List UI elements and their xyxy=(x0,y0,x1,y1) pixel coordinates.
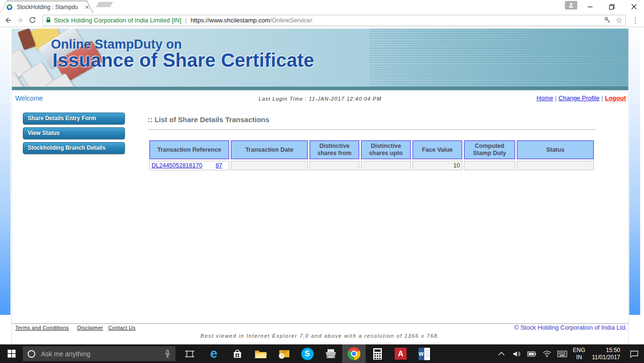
printer-app-button[interactable] xyxy=(319,344,342,363)
url-separator: | xyxy=(185,17,186,24)
sidebar-item-stockholding-branch-details[interactable]: Stockholding Branch Details xyxy=(23,142,125,154)
windows-taskbar: Ask me anything e xyxy=(0,344,644,363)
adobe-icon: A xyxy=(395,348,407,360)
forward-button[interactable] xyxy=(14,14,26,26)
action-center-button[interactable] xyxy=(624,350,644,358)
printer-icon xyxy=(325,349,337,359)
word-app-button[interactable]: W xyxy=(412,344,436,363)
screen: StockHolding : Stampdu × xyxy=(0,0,644,363)
password-key-icon[interactable] xyxy=(604,17,611,24)
copyright-text: © Stock Holding Corporation of India Ltd… xyxy=(514,324,627,331)
task-view-icon xyxy=(185,350,194,358)
language-line2: IN xyxy=(573,354,585,361)
table-header-row: Transaction Reference Transaction Date D… xyxy=(149,140,594,159)
time-text: 15:50 xyxy=(592,347,620,354)
col-computed-stamp-duty: Computed Stamp Duty xyxy=(464,140,515,159)
microphone-icon[interactable] xyxy=(164,350,171,358)
store-app-button[interactable] xyxy=(225,344,249,363)
home-link[interactable]: Home xyxy=(536,94,553,102)
terms-link[interactable]: Terms and Conditions xyxy=(15,325,69,331)
url-text[interactable]: https://www.shcilestamp.com xyxy=(191,17,270,24)
url-bar[interactable]: Stock Holding Corporation of India Limit… xyxy=(42,15,626,26)
logout-link[interactable]: Logout xyxy=(605,94,626,102)
browser-tab[interactable]: StockHolding : Stampdu × xyxy=(0,0,93,13)
transaction-reference-link[interactable]: DL2445052816170 xyxy=(152,162,202,169)
language-line1: ENG xyxy=(573,347,585,354)
word-icon: W xyxy=(419,348,430,360)
stamp-duty-cell xyxy=(464,161,515,170)
edge-app-button[interactable]: e xyxy=(202,344,225,363)
browser-menu-icon[interactable]: ⋮ xyxy=(632,16,639,25)
https-lock-icon xyxy=(46,17,51,23)
url-path-text[interactable]: /OnlineService/ xyxy=(270,17,312,24)
shares-upto-cell xyxy=(361,161,411,170)
tray-expand-button[interactable] xyxy=(494,352,509,356)
transaction-reference-cell: DL244505281617087 xyxy=(149,161,229,170)
language-indicator[interactable]: ENG IN xyxy=(570,347,588,361)
folder-icon xyxy=(255,349,267,359)
chrome-icon xyxy=(348,347,360,360)
skype-app-button[interactable]: S xyxy=(296,344,319,363)
tab-title: StockHolding : Stampdu xyxy=(17,4,78,10)
reload-button[interactable] xyxy=(26,14,39,26)
back-button[interactable] xyxy=(1,14,14,26)
adobe-app-button[interactable]: A xyxy=(389,344,412,363)
browser-titlebar: StockHolding : Stampdu × xyxy=(0,0,644,13)
sidebar-item-view-status[interactable]: View Status xyxy=(23,127,125,139)
table-row: DL244505281617087 10 xyxy=(149,161,594,170)
sidebar: Share Details Entry Form View Status Sto… xyxy=(23,113,125,157)
transaction-reference-link-secondary[interactable]: 87 xyxy=(215,162,222,169)
battery-button[interactable] xyxy=(524,351,540,357)
change-profile-link[interactable]: Change Profile xyxy=(559,94,600,102)
tab-close-icon[interactable]: × xyxy=(85,4,89,10)
cortana-search-input[interactable]: Ask me anything xyxy=(23,346,175,361)
transaction-date-cell xyxy=(231,161,308,170)
window-restore-button[interactable] xyxy=(603,0,620,13)
transactions-table: Transaction Reference Transaction Date D… xyxy=(148,139,595,172)
contact-us-link[interactable]: Contact Us xyxy=(108,325,135,331)
window-minimize-button[interactable] xyxy=(582,0,598,13)
col-transaction-reference: Transaction Reference xyxy=(149,140,229,159)
date-text: 11/01/2017 xyxy=(592,354,620,361)
site-identity-label[interactable]: Stock Holding Corporation of India Limit… xyxy=(54,17,181,24)
speaker-icon xyxy=(512,350,521,358)
disclaimer-link[interactable]: Disclaimer xyxy=(77,325,103,331)
store-icon xyxy=(232,348,243,360)
bookmark-star-icon[interactable]: ☆ xyxy=(616,16,623,25)
nav-separator: | xyxy=(602,94,603,102)
face-value-cell: 10 xyxy=(412,161,462,170)
file-explorer-app-button[interactable] xyxy=(249,344,272,363)
profile-avatar-button[interactable] xyxy=(565,1,577,10)
page-left-gradient xyxy=(0,27,10,315)
wifi-button[interactable] xyxy=(540,350,555,357)
page-content: Online StampDuty on Issuance of Share Ce… xyxy=(11,27,629,344)
touch-keyboard-button[interactable] xyxy=(555,351,570,357)
site-favicon-icon xyxy=(6,3,13,11)
task-view-button[interactable] xyxy=(179,344,200,363)
calculator-app-button[interactable] xyxy=(366,344,389,363)
outlook-app-button[interactable] xyxy=(272,344,296,363)
webpage: Online StampDuty on Issuance of Share Ce… xyxy=(0,27,644,344)
col-status: Status xyxy=(517,140,594,159)
page-title: :: List of Share Details Transactions xyxy=(148,115,269,124)
back-arrow-icon xyxy=(4,16,12,24)
calculator-icon xyxy=(372,348,383,360)
person-icon xyxy=(568,2,574,9)
browser-toolbar: Stock Holding Corporation of India Limit… xyxy=(0,13,644,27)
window-close-button[interactable] xyxy=(626,0,642,13)
volume-button[interactable] xyxy=(509,350,524,358)
best-viewed-note: Best viewed in Internet Explorer 7.0 and… xyxy=(12,333,628,339)
new-tab-button[interactable] xyxy=(96,2,113,7)
chrome-app-button[interactable] xyxy=(342,344,366,363)
sidebar-item-share-details-entry-form[interactable]: Share Details Entry Form xyxy=(23,113,125,124)
banner-title-line2: Issuance of Share Certificate xyxy=(52,50,314,71)
page-right-gradient xyxy=(629,27,640,315)
start-button[interactable] xyxy=(0,344,23,363)
nav-separator: | xyxy=(555,94,556,102)
col-distinctive-shares-upto: Distinctive shares upto xyxy=(361,140,411,159)
col-transaction-date: Transaction Date xyxy=(231,140,308,159)
status-cell xyxy=(517,161,594,170)
top-nav: Home|Change Profile|Logout xyxy=(536,94,626,102)
forward-arrow-icon xyxy=(16,16,24,24)
clock[interactable]: 15:50 11/01/2017 xyxy=(588,347,624,361)
